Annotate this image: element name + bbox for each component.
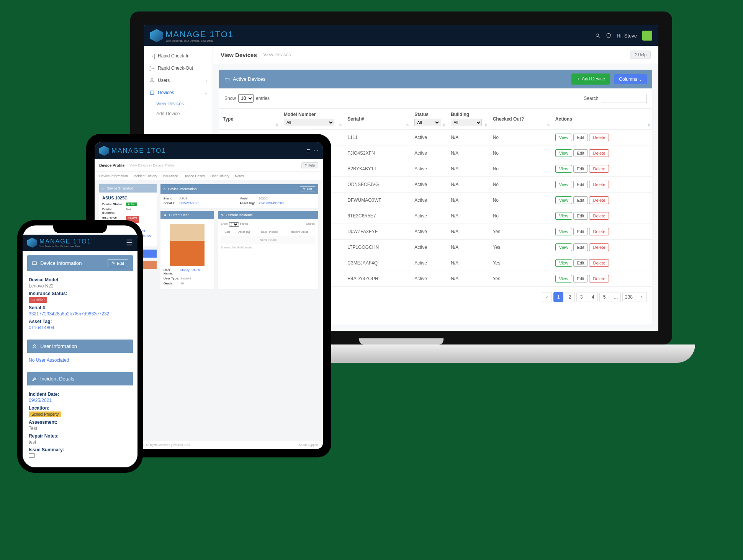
col-actions: Actions⇅ — [552, 109, 652, 130]
laptop-icon: ⌂ — [164, 187, 165, 191]
devinfo-card: ⌂Device Information✎ Edit Brand:ASUS Mod… — [160, 184, 318, 208]
status-badge: Active — [126, 202, 137, 206]
edit-button[interactable]: Edit — [573, 165, 588, 173]
sidebar-item-checkin[interactable]: →]Rapid Check-In — [144, 50, 213, 62]
add-device-button[interactable]: ＋ Add Device — [571, 73, 610, 85]
user-avatar[interactable] — [642, 31, 652, 41]
user-greeting: Hi, Steve — [617, 33, 637, 39]
tab-notes[interactable]: Notes — [235, 174, 244, 178]
delete-button[interactable]: Delete — [589, 165, 609, 173]
sidebar-sub-add-device[interactable]: Add Device — [144, 109, 213, 119]
view-button[interactable]: View — [555, 149, 572, 157]
screen-icon — [29, 453, 35, 458]
delete-button[interactable]: Delete — [589, 149, 609, 157]
location-badge: School Property — [29, 411, 61, 417]
delete-button[interactable]: Delete — [589, 134, 609, 141]
edit-button[interactable]: Edit — [573, 134, 588, 141]
col-status[interactable]: StatusAll⇅ — [411, 109, 447, 130]
svg-line-1 — [599, 36, 600, 38]
user-icon — [32, 344, 37, 349]
tab-devinfo[interactable]: Device Information — [99, 174, 128, 178]
delete-button[interactable]: Delete — [589, 259, 609, 267]
delete-button[interactable]: Delete — [589, 196, 609, 204]
edit-button[interactable]: Edit — [573, 149, 588, 157]
user-photo — [170, 224, 205, 266]
delete-button[interactable]: Delete — [589, 243, 609, 251]
view-button[interactable]: View — [555, 259, 572, 267]
col-type[interactable]: Type⇅ — [219, 109, 280, 130]
view-button[interactable]: View — [555, 196, 572, 204]
view-button[interactable]: View — [555, 165, 572, 173]
view-button[interactable]: View — [555, 212, 572, 220]
edit-button[interactable]: ✎ Edit — [300, 186, 315, 191]
edit-button[interactable]: Edit — [573, 228, 588, 235]
chevron-right-icon: › — [206, 78, 207, 83]
sidebar-item-users[interactable]: Users› — [144, 74, 213, 87]
edit-button[interactable]: Edit — [573, 259, 588, 267]
view-button[interactable]: View — [555, 181, 572, 188]
page-header: View Devices · View Devices ? Help — [213, 46, 658, 64]
svg-point-0 — [596, 34, 599, 36]
sidebar-item-devices[interactable]: Devices⌄ — [144, 87, 213, 99]
edit-button[interactable]: Edit — [573, 196, 588, 204]
tab-incident[interactable]: Incident History — [134, 174, 157, 178]
pager-page[interactable]: 2 — [565, 292, 575, 302]
pager-page[interactable]: 3 — [576, 292, 586, 302]
view-button[interactable]: View — [555, 134, 572, 141]
filter-status[interactable]: All — [414, 119, 440, 126]
delete-button[interactable]: Delete — [589, 228, 609, 235]
edit-button[interactable]: Edit — [573, 212, 588, 220]
panel-header: Active Devices ＋ Add Device Columns ⌄ — [219, 70, 652, 88]
search-icon[interactable] — [595, 33, 601, 38]
col-building[interactable]: BuildingAll⇅ — [447, 109, 489, 130]
pager-ellipsis: … — [611, 292, 621, 302]
svg-rect-5 — [33, 261, 37, 264]
view-button[interactable]: View — [555, 243, 572, 251]
pager-page[interactable]: 5 — [599, 292, 609, 302]
panel-title: Active Devices — [233, 76, 265, 82]
col-serial[interactable]: Serial #⇅ — [344, 109, 411, 130]
delete-button[interactable]: Delete — [589, 181, 609, 188]
user-icon: ♟ — [164, 213, 167, 217]
search-label: Search: — [584, 96, 599, 101]
edit-button[interactable]: Edit — [573, 181, 588, 188]
sidebar-sub-view-devices[interactable]: View Devices — [144, 99, 213, 109]
sidebar-item-checkout[interactable]: [→Rapid Check-Out — [144, 62, 213, 74]
tab-insurance[interactable]: Insurance — [163, 174, 178, 178]
pager-next[interactable]: › — [637, 292, 647, 302]
delete-button[interactable]: Delete — [589, 212, 609, 220]
filter-building[interactable]: All — [451, 119, 482, 126]
shield-icon[interactable] — [606, 33, 611, 38]
users-icon — [149, 78, 155, 83]
help-button[interactable]: ? Help — [630, 51, 651, 59]
snapshot-device: ASUS 1025C — [102, 196, 154, 200]
arrow-in-icon: →] — [149, 53, 155, 59]
tab-cases[interactable]: Device Cases — [183, 174, 205, 178]
phone-topbar: MANAGE 1TO1Your Students. Your Devices. … — [23, 235, 137, 251]
pager-prev[interactable]: ‹ — [542, 292, 552, 302]
pager-last[interactable]: 238 — [622, 292, 635, 302]
view-button[interactable]: View — [555, 228, 572, 235]
pager-page[interactable]: 4 — [588, 292, 598, 302]
edit-button[interactable]: ✎ Edit — [108, 259, 128, 267]
inc-show-select[interactable]: 5 — [229, 222, 239, 227]
col-checked[interactable]: Checked Out?⇅ — [489, 109, 552, 130]
menu-icon[interactable]: ☰ — [306, 149, 310, 153]
tab-nav: Device Information Incident History Insu… — [95, 171, 323, 180]
pager-page[interactable]: 1 — [553, 292, 563, 302]
tab-userhist[interactable]: User History — [210, 174, 229, 178]
help-button[interactable]: ? Help — [301, 162, 318, 168]
search-input[interactable] — [601, 94, 647, 103]
menu-icon[interactable]: ☰ — [126, 238, 133, 247]
phone-mockup: 5:30 📶 📶 🔋 MANAGE 1TO1Your Students. You… — [17, 220, 143, 473]
view-button[interactable]: View — [555, 275, 572, 282]
more-icon[interactable]: ⋯ — [314, 149, 318, 153]
edit-button[interactable]: Edit — [573, 275, 588, 282]
delete-button[interactable]: Delete — [589, 275, 609, 282]
columns-button[interactable]: Columns ⌄ — [614, 74, 647, 84]
col-model[interactable]: Model NumberAll⇅ — [280, 109, 344, 130]
entries-label: entries — [256, 96, 270, 101]
edit-button[interactable]: Edit — [573, 243, 588, 251]
filter-model[interactable]: All — [284, 119, 334, 126]
show-count-select[interactable]: 10 — [238, 94, 254, 103]
